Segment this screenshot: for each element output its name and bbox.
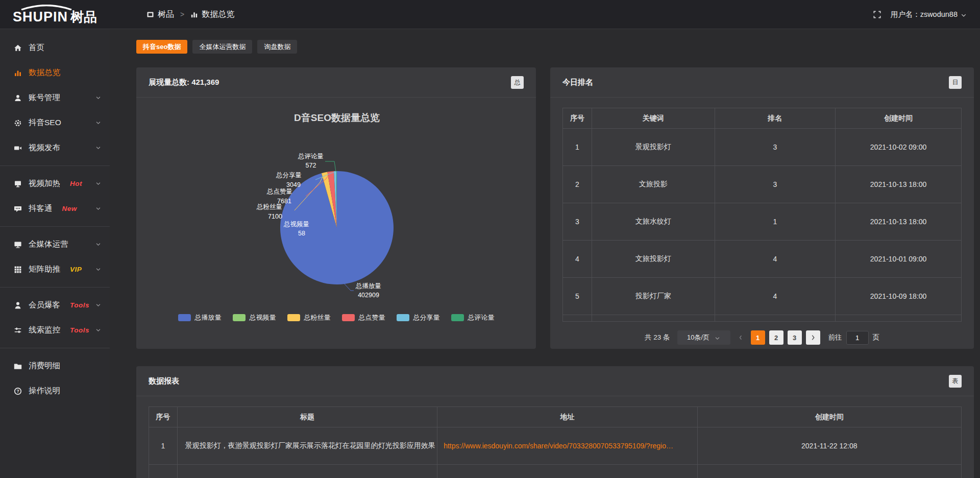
column-header: 创建时间 xyxy=(697,407,961,427)
app-window-icon xyxy=(146,11,154,18)
pagination: 共 23 条 10条/页 123 前往 页 xyxy=(562,330,962,345)
table-cell: 3 xyxy=(563,203,592,241)
user-menu[interactable]: 用户名：zswodun88 xyxy=(891,10,967,19)
goto-label: 前往 xyxy=(828,333,842,342)
page-number-1[interactable]: 1 xyxy=(751,330,765,345)
create-time: 2021-11-22 12:08 xyxy=(697,427,961,465)
table-cell: 2021-10-01 09:00 xyxy=(836,241,962,278)
tab-douyin-seo-data[interactable]: 抖音seo数据 xyxy=(136,40,187,54)
legend-item-总粉丝量[interactable]: 总粉丝量 xyxy=(287,313,331,322)
table-cell: 文旅投影灯 xyxy=(592,241,715,278)
sidebar-item-consume-detail[interactable]: 消费明细 xyxy=(0,353,110,378)
page-size-select[interactable]: 10条/页 xyxy=(677,330,730,345)
prev-page-button[interactable] xyxy=(734,330,747,345)
table-toggle-button[interactable]: 表 xyxy=(949,375,962,388)
tab-media-ops-data[interactable]: 全媒体运营数据 xyxy=(192,40,252,54)
day-toggle-button[interactable]: 日 xyxy=(949,76,962,89)
logo-text-cn: 树品 xyxy=(70,10,97,23)
report-table: 序号标题地址创建时间1景观投影灯，夜游景观投影灯厂家展示展示落花灯在花园里的灯光… xyxy=(149,407,962,478)
table-row: 4文旅投影灯42021-10-01 09:00 xyxy=(563,241,962,278)
chat-icon xyxy=(13,205,22,213)
header-right: 用户名：zswodun88 xyxy=(873,10,967,19)
main-content: 抖音seo数据全媒体运营数据询盘数据 展现量总数: 421,369 总 总播放量… xyxy=(110,29,980,478)
sidebar-item-douyin-seo[interactable]: 抖音SEO xyxy=(0,110,110,135)
table-cell: 3 xyxy=(715,166,836,203)
chevron-down-icon xyxy=(95,267,101,272)
pie-label-line xyxy=(344,283,354,291)
sidebar-item-data-overview[interactable]: 数据总览 xyxy=(0,60,110,85)
sidebar-item-label: 消费明细 xyxy=(29,361,60,371)
table-row: 2文旅投影32021-10-13 18:00 xyxy=(563,166,962,203)
page-number-2[interactable]: 2 xyxy=(769,330,783,345)
legend-label: 总粉丝量 xyxy=(304,313,331,322)
table-cell: 4 xyxy=(563,241,592,278)
column-header: 排名 xyxy=(715,108,836,129)
table-cell: 2021-10-13 18:00 xyxy=(836,166,962,203)
breadcrumb-item-shupin[interactable]: 树品 xyxy=(146,9,174,20)
chevron-down-icon xyxy=(95,181,101,186)
sidebar-item-douketong[interactable]: 抖客通New xyxy=(0,196,110,221)
sidebar-item-matrix-boost[interactable]: 矩阵助推VIP xyxy=(0,257,110,282)
pie-label-name: 总点赞量 xyxy=(266,188,292,195)
legend-swatch xyxy=(178,314,191,321)
table-row: 1景观投影灯，夜游景观投影灯厂家展示展示落花灯在花园里的灯光投影应用效果 #ht… xyxy=(149,427,962,465)
sidebar-item-badge: Tools xyxy=(70,326,89,334)
sidebar-item-label: 视频加热 xyxy=(29,178,60,189)
fullscreen-icon[interactable] xyxy=(873,10,881,19)
table-cell: 景观投影灯 xyxy=(592,129,715,166)
screen-icon xyxy=(13,180,22,188)
pie-label-value: 402909 xyxy=(358,292,379,299)
pie-chart: 总播放量402909总视频量58总粉丝量7100总点赞量7681总分享量3049… xyxy=(149,101,524,306)
pie-label-name: 总视频量 xyxy=(283,221,309,228)
pie-label-name: 总播放量 xyxy=(355,282,381,290)
sidebar-item-video-publish[interactable]: 视频发布 xyxy=(0,135,110,160)
seo-data-card: 展现量总数: 421,369 总 总播放量402909总视频量58总粉丝量710… xyxy=(136,67,536,349)
column-header: 关键词 xyxy=(592,108,715,129)
table-row: 1景观投影灯32021-10-02 09:00 xyxy=(563,129,962,166)
next-page-button[interactable] xyxy=(806,330,820,345)
sidebar-item-label: 矩阵助推 xyxy=(29,264,60,275)
sidebar-item-help[interactable]: ?操作说明 xyxy=(0,378,110,403)
breadcrumb-separator: > xyxy=(180,10,184,18)
sliders-icon xyxy=(13,326,22,334)
sidebar-item-member[interactable]: 会员爆客Tools xyxy=(0,293,110,318)
goto-page-input[interactable] xyxy=(846,331,869,345)
camcorder-icon xyxy=(13,144,22,152)
video-title: 景观投影灯，夜游景观投影灯厂家展示展示落花灯在花园里的灯光投影应用效果 # xyxy=(177,427,437,465)
legend-swatch xyxy=(287,314,300,321)
sidebar-item-home[interactable]: 首页 xyxy=(0,35,110,60)
sidebar-item-video-heat[interactable]: 视频加热Hot xyxy=(0,171,110,196)
legend-item-总播放量[interactable]: 总播放量 xyxy=(178,313,222,322)
sidebar-item-badge: VIP xyxy=(70,266,82,273)
video-url-link[interactable]: https://www.iesdouyin.com/share/video/70… xyxy=(444,442,673,450)
column-header: 地址 xyxy=(437,407,697,427)
app-logo[interactable]: SHUPIN 树品 xyxy=(13,5,97,24)
legend-item-总点赞量[interactable]: 总点赞量 xyxy=(342,313,385,322)
caret-down-icon xyxy=(961,12,967,18)
sidebar-divider xyxy=(0,348,110,348)
pie-label-line xyxy=(325,161,336,172)
table-row: 5投影灯厂家42021-10-09 18:00 xyxy=(563,278,962,315)
breadcrumb-item-data-overview[interactable]: 数据总览 xyxy=(190,9,234,20)
pie-label-value: 7681 xyxy=(277,198,291,205)
bar-chart-icon xyxy=(13,69,22,77)
monitor-icon xyxy=(13,241,22,249)
legend-item-总视频量[interactable]: 总视频量 xyxy=(233,313,276,322)
sidebar-item-label: 账号管理 xyxy=(29,92,60,103)
legend-swatch xyxy=(451,314,464,321)
sidebar-item-account[interactable]: 账号管理 xyxy=(0,85,110,110)
sidebar-item-clue-monitor[interactable]: 线索监控Tools xyxy=(0,318,110,343)
page-number-3[interactable]: 3 xyxy=(788,330,802,345)
legend-item-总评论量[interactable]: 总评论量 xyxy=(451,313,495,322)
sidebar-item-media-ops[interactable]: 全媒体运营 xyxy=(0,232,110,257)
pie-label-name: 总评论量 xyxy=(298,153,324,160)
chevron-down-icon xyxy=(95,242,101,247)
logo-area: SHUPIN 树品 xyxy=(0,5,110,24)
table-row: 3文旅水纹灯12021-10-13 18:00 xyxy=(563,203,962,241)
select-caret-icon xyxy=(715,336,720,341)
tab-inquiry-data[interactable]: 询盘数据 xyxy=(257,40,297,54)
total-toggle-button[interactable]: 总 xyxy=(511,76,524,89)
folder-icon xyxy=(13,362,22,370)
chart-legend: 总播放量总视频量总粉丝量总点赞量总分享量总评论量 xyxy=(149,313,524,322)
legend-item-总分享量[interactable]: 总分享量 xyxy=(397,313,440,322)
